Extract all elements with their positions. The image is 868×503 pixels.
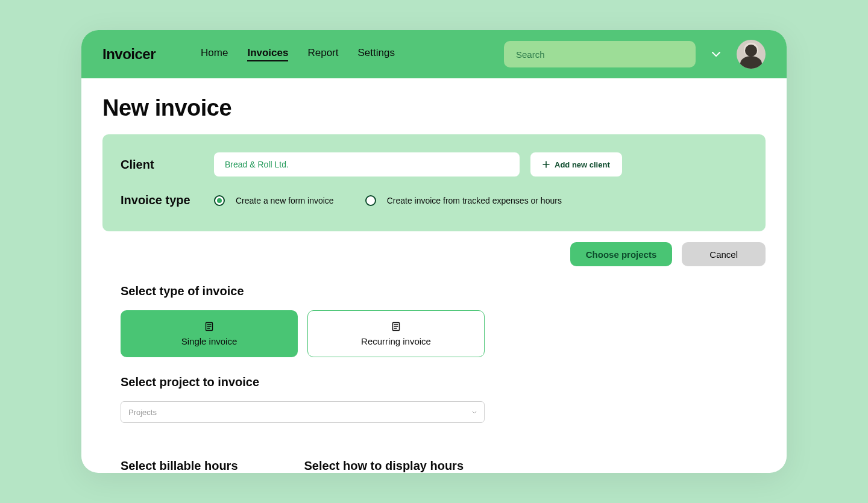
radio-icon — [214, 195, 225, 206]
nav-report[interactable]: Report — [307, 47, 338, 61]
search-input[interactable] — [504, 41, 696, 67]
client-label: Client — [121, 158, 214, 172]
radio-group: Create a new form invoice Create invoice… — [214, 195, 562, 206]
project-section-title: Select project to invoice — [121, 375, 766, 389]
main-nav: Home Invoices Report Settings — [201, 47, 395, 61]
radio-tracked[interactable]: Create invoice from tracked expenses or … — [365, 195, 562, 206]
projects-select[interactable]: Projects — [121, 401, 485, 423]
chevron-down-icon — [712, 52, 720, 57]
nav-settings[interactable]: Settings — [357, 47, 394, 61]
type-cards: Single invoice Recurring invoice — [121, 310, 766, 357]
radio-label: Create a new form invoice — [236, 196, 334, 205]
nav-invoices[interactable]: Invoices — [247, 47, 288, 61]
recurring-invoice-card[interactable]: Recurring invoice — [307, 310, 485, 357]
page-title: New invoice — [102, 95, 766, 121]
radio-icon — [365, 195, 376, 206]
app-window: Invoicer Home Invoices Report Settings N… — [81, 30, 787, 473]
projects-placeholder: Projects — [128, 408, 157, 417]
display-hours-title: Select how to display hours — [304, 459, 464, 473]
invoice-type-label: Invoice type — [121, 193, 214, 207]
client-row: Client Add new client — [121, 152, 747, 177]
avatar[interactable] — [737, 40, 766, 69]
invoice-type-section-title: Select type of invoice — [121, 284, 766, 298]
invoice-type-row: Invoice type Create a new form invoice C… — [121, 193, 747, 207]
nav-home[interactable]: Home — [201, 47, 228, 61]
action-row: Choose projects Cancel — [102, 242, 766, 266]
client-panel: Client Add new client Invoice type Creat… — [102, 134, 766, 231]
single-invoice-card[interactable]: Single invoice — [121, 310, 298, 357]
topbar: Invoicer Home Invoices Report Settings — [81, 30, 787, 78]
document-icon — [204, 322, 214, 331]
recurring-document-icon — [391, 322, 401, 331]
content-area: New invoice Client Add new client Invoic… — [81, 78, 787, 473]
invoice-type-section: Select type of invoice Single invoice Re… — [102, 284, 766, 357]
brand-logo: Invoicer — [102, 46, 156, 63]
chevron-down-icon — [472, 411, 477, 414]
add-client-button[interactable]: Add new client — [530, 152, 622, 177]
cancel-button[interactable]: Cancel — [682, 242, 766, 266]
project-section: Select project to invoice Projects — [102, 375, 766, 423]
plus-icon — [542, 161, 550, 168]
choose-projects-button[interactable]: Choose projects — [570, 242, 673, 266]
bottom-sections: Select billable hours Select how to disp… — [102, 459, 766, 473]
radio-label: Create invoice from tracked expenses or … — [387, 196, 562, 205]
add-client-label: Add new client — [555, 160, 610, 169]
billable-hours-title: Select billable hours — [121, 459, 238, 473]
type-card-label: Recurring invoice — [361, 336, 431, 346]
client-input[interactable] — [214, 152, 520, 177]
radio-new-form[interactable]: Create a new form invoice — [214, 195, 334, 206]
dropdown-toggle[interactable] — [710, 48, 722, 60]
type-card-label: Single invoice — [181, 336, 237, 346]
topbar-right — [504, 40, 766, 69]
